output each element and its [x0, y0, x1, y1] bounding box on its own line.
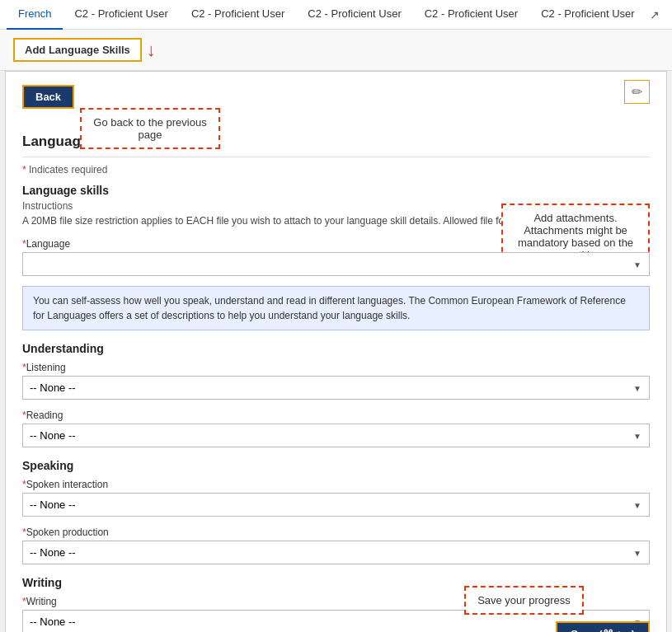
listening-select[interactable]: -- None --	[22, 376, 650, 400]
language-skills-label: Language skills	[22, 184, 650, 197]
tab-c2-4[interactable]: C2 - Proficient User	[413, 0, 529, 30]
pencil-icon: ✏	[632, 85, 642, 99]
attachment-button[interactable]: ✏	[624, 80, 650, 104]
info-box: You can self-assess how well you speak, …	[22, 286, 650, 330]
spoken-interaction-select[interactable]: -- None --	[22, 493, 650, 517]
tooltip-back: Go back to the previous page	[80, 108, 220, 149]
tab-c2-5[interactable]: C2 - Proficient User	[529, 0, 646, 30]
reading-label: *Reading	[22, 410, 650, 421]
spoken-production-label: *Spoken production	[22, 527, 650, 538]
add-language-bar: Add Language Skills ↓	[0, 30, 672, 71]
language-select[interactable]	[22, 252, 650, 276]
divider	[22, 157, 650, 157]
reading-select-wrapper: -- None --	[22, 424, 650, 447]
speaking-title: Speaking	[22, 459, 650, 472]
tooltip-save: Save your progress	[464, 586, 584, 615]
required-indicator: * Indicates required	[22, 164, 650, 176]
settings-button[interactable]: ⚙	[670, 5, 672, 25]
spoken-production-select-wrapper: -- None --	[22, 541, 650, 564]
spoken-interaction-label: *Spoken interaction	[22, 479, 650, 490]
add-language-button[interactable]: Add Language Skills	[13, 38, 142, 62]
save-button[interactable]: Save (⌘ + s)	[556, 621, 650, 632]
tab-c2-1[interactable]: C2 - Proficient User	[63, 0, 179, 30]
external-link-button[interactable]: ↗	[646, 5, 663, 25]
spoken-production-select[interactable]: -- None --	[22, 541, 650, 564]
tab-c2-2[interactable]: C2 - Proficient User	[180, 0, 296, 30]
back-button[interactable]: Back	[22, 85, 74, 109]
required-star: *	[22, 164, 26, 176]
tab-bar: French C2 - Proficient User C2 - Profici…	[0, 0, 672, 30]
spoken-interaction-select-wrapper: -- None --	[22, 493, 650, 517]
down-arrow-icon: ↓	[147, 40, 156, 61]
understanding-title: Understanding	[22, 342, 650, 355]
header-row: Back Go back to the previous page	[22, 85, 650, 109]
listening-label: *Listening	[22, 362, 650, 373]
tab-actions: ↗ ⚙	[646, 5, 672, 25]
language-select-wrapper	[22, 252, 650, 276]
reading-select[interactable]: -- None --	[22, 424, 650, 447]
tab-french[interactable]: French	[7, 0, 63, 30]
listening-select-wrapper: -- None --	[22, 376, 650, 400]
tab-c2-3[interactable]: C2 - Proficient User	[296, 0, 412, 30]
main-content: ✏ Add attachments. Attachments might be …	[5, 71, 667, 632]
